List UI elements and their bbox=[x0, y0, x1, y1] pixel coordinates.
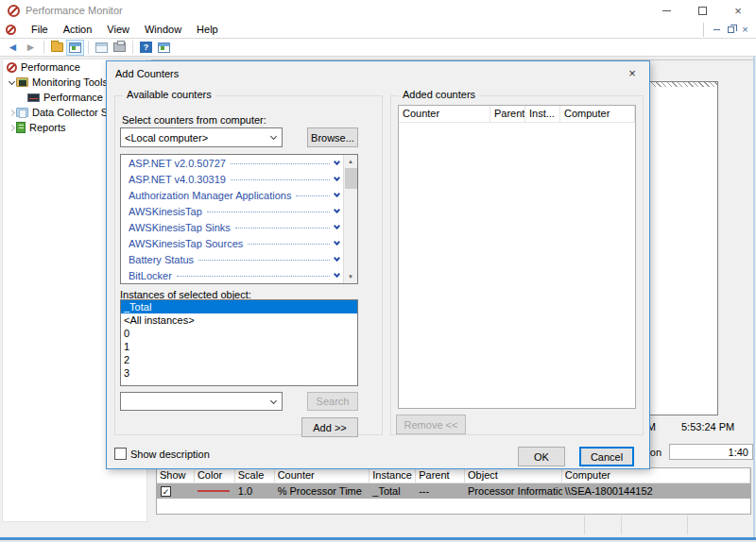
add-counters-dialog: Add Counters × Available counters Select… bbox=[106, 60, 650, 469]
forward-button[interactable]: ► bbox=[22, 40, 40, 56]
legend-column-header[interactable]: Show bbox=[157, 468, 195, 483]
maximize-icon bbox=[698, 7, 707, 15]
instance-search-combobox[interactable] bbox=[120, 392, 283, 411]
counter-item[interactable]: Battery Status bbox=[121, 251, 343, 267]
dialog-title: Add Counters bbox=[115, 68, 179, 79]
show-description-checkbox[interactable] bbox=[114, 448, 127, 460]
dialog-close-button[interactable]: × bbox=[617, 62, 647, 83]
expand-chevron-icon[interactable] bbox=[334, 271, 340, 278]
menu-help[interactable]: Help bbox=[189, 22, 226, 37]
toolbar-separator bbox=[43, 41, 44, 54]
instance-item[interactable]: <All instances> bbox=[121, 313, 357, 327]
instances-list[interactable]: _Total<All instances>0123 bbox=[120, 299, 358, 386]
counter-item[interactable]: AWSKinesisTap bbox=[121, 203, 343, 219]
data-collector-sets-icon bbox=[16, 108, 28, 117]
counter-item[interactable]: ASP.NET v2.0.50727 bbox=[121, 155, 343, 171]
expand-chevron-icon[interactable] bbox=[334, 159, 340, 165]
counters-scrollbar[interactable]: ▲ ▼ bbox=[343, 155, 357, 283]
window-title: Performance Monitor bbox=[26, 5, 123, 16]
time-axis-label: 5:53:24 PM bbox=[681, 421, 734, 432]
leader-line bbox=[207, 212, 330, 212]
counter-item[interactable]: ASP.NET v4.0.30319 bbox=[121, 171, 343, 187]
properties-button[interactable] bbox=[66, 40, 84, 56]
show-checkbox[interactable]: ✓ bbox=[161, 486, 171, 497]
dialog-icon bbox=[95, 42, 108, 53]
counter-item[interactable]: AWSKinesisTap Sources bbox=[121, 235, 343, 251]
available-counters-list[interactable]: ASP.NET v2.0.50727ASP.NET v4.0.30319Auth… bbox=[120, 154, 358, 284]
added-column-header[interactable]: Inst... bbox=[525, 106, 560, 123]
added-column-header[interactable]: Parent bbox=[490, 106, 525, 123]
minimize-button[interactable] bbox=[648, 0, 684, 21]
scrollbar-thumb[interactable] bbox=[345, 168, 357, 189]
print-button[interactable] bbox=[111, 40, 129, 56]
app-icon bbox=[8, 5, 20, 17]
child-close-icon: × bbox=[742, 25, 747, 35]
help-icon: ? bbox=[140, 42, 152, 53]
leader-line bbox=[198, 260, 330, 261]
scroll-up-icon[interactable]: ▲ bbox=[344, 155, 358, 168]
add-button[interactable]: Add >> bbox=[301, 417, 358, 437]
scroll-down-icon[interactable]: ▼ bbox=[344, 270, 358, 283]
added-counters-group-label: Added counters bbox=[399, 89, 479, 100]
export-button[interactable] bbox=[48, 40, 66, 56]
legend-column-header[interactable]: Object bbox=[465, 468, 562, 483]
expand-chevron-icon[interactable] bbox=[334, 175, 340, 181]
cancel-button[interactable]: Cancel bbox=[579, 447, 634, 466]
legend-column-header[interactable]: Scale bbox=[235, 468, 275, 483]
search-button[interactable]: Search bbox=[307, 392, 358, 411]
child-minimize-button[interactable] bbox=[710, 24, 724, 36]
legend-column-header[interactable]: Computer bbox=[562, 468, 750, 483]
instance-item[interactable]: 0 bbox=[121, 327, 357, 340]
window-controls: × bbox=[648, 0, 756, 21]
collapse-chevron-icon[interactable] bbox=[7, 126, 16, 130]
instance-item[interactable]: _Total bbox=[121, 300, 357, 313]
counter-item[interactable]: Authorization Manager Applications bbox=[121, 187, 343, 203]
browse-button[interactable]: Browse... bbox=[307, 127, 358, 147]
counter-item-label: AWSKinesisTap Sources bbox=[129, 238, 243, 249]
close-button[interactable]: × bbox=[720, 0, 756, 21]
instance-item[interactable]: 1 bbox=[121, 340, 357, 353]
legend-column-header[interactable]: Counter bbox=[275, 468, 370, 483]
show-description-control[interactable]: Show description bbox=[114, 448, 210, 460]
instance-item[interactable]: 3 bbox=[121, 366, 357, 380]
legend-show-cell[interactable]: ✓ bbox=[157, 483, 195, 499]
console-button[interactable] bbox=[155, 40, 173, 56]
expand-chevron-icon[interactable] bbox=[334, 207, 340, 213]
collapse-chevron-icon[interactable] bbox=[7, 110, 16, 115]
expand-chevron-icon[interactable] bbox=[7, 81, 16, 84]
legend-column-header[interactable]: Color bbox=[195, 468, 235, 483]
dialog-title-bar: Add Counters bbox=[107, 61, 649, 86]
legend-computer-cell: \\SEA-1800144152 bbox=[562, 483, 750, 499]
counter-item[interactable]: BitLocker bbox=[121, 267, 343, 283]
help-button[interactable]: ? bbox=[137, 40, 155, 56]
close-icon: × bbox=[734, 5, 742, 17]
child-close-button[interactable]: × bbox=[738, 24, 752, 36]
expand-chevron-icon[interactable] bbox=[334, 239, 340, 246]
added-column-header[interactable]: Computer bbox=[560, 106, 635, 123]
menu-action[interactable]: Action bbox=[56, 22, 100, 37]
new-dialog-button[interactable] bbox=[93, 40, 111, 56]
counter-item-label: ASP.NET v2.0.50727 bbox=[129, 158, 226, 169]
added-column-header[interactable]: Counter bbox=[399, 106, 490, 123]
back-button[interactable]: ◄ bbox=[4, 40, 22, 56]
expand-chevron-icon[interactable] bbox=[334, 223, 340, 229]
maximize-button[interactable] bbox=[684, 0, 720, 21]
menu-file[interactable]: File bbox=[24, 22, 56, 37]
legend-row-selected[interactable]: ✓1.0% Processor Time_Total---Processor I… bbox=[157, 483, 750, 499]
menu-view[interactable]: View bbox=[99, 22, 137, 37]
menu-window[interactable]: Window bbox=[137, 22, 189, 37]
counter-item[interactable]: AWSKinesisTap Sinks bbox=[121, 219, 343, 235]
ok-button[interactable]: OK bbox=[518, 447, 565, 466]
expand-chevron-icon[interactable] bbox=[334, 191, 340, 197]
child-restore-button[interactable] bbox=[724, 24, 738, 36]
instance-item[interactable]: 2 bbox=[121, 353, 357, 366]
legend-column-header[interactable]: Instance bbox=[369, 468, 416, 483]
expand-chevron-icon[interactable] bbox=[334, 255, 340, 262]
minimize-icon bbox=[662, 10, 671, 11]
leader-line bbox=[296, 195, 330, 196]
remove-button[interactable]: Remove << bbox=[396, 415, 466, 434]
computer-combobox[interactable]: <Local computer> bbox=[120, 127, 283, 147]
menu-app-icon bbox=[6, 25, 16, 35]
legend-column-header[interactable]: Parent bbox=[416, 468, 465, 483]
counter-item-label: AWSKinesisTap Sinks bbox=[129, 222, 231, 233]
